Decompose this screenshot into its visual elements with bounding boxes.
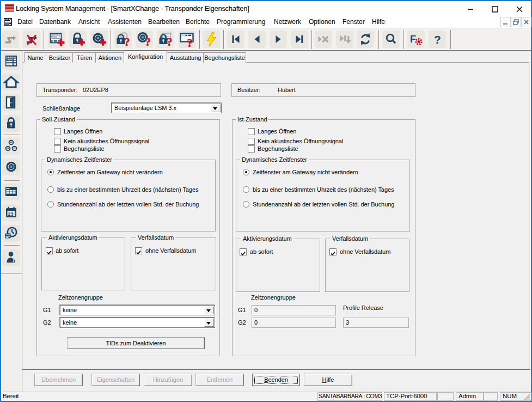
svg-text:?: ?	[187, 36, 193, 48]
svg-text:?: ?	[167, 35, 173, 48]
svg-text:F: F	[410, 34, 416, 45]
svg-text:?: ?	[145, 35, 151, 48]
svg-text:23: 23	[8, 211, 14, 217]
svg-text:?: ?	[434, 33, 441, 46]
svg-text:?: ?	[124, 35, 130, 48]
